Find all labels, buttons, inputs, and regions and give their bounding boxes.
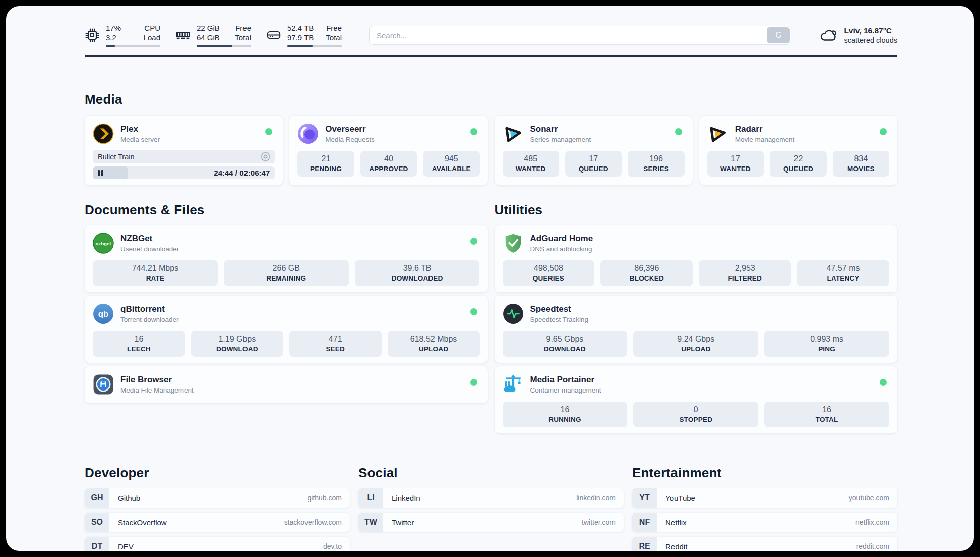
link-name: DEV <box>118 542 134 551</box>
app-name: Media Portainer <box>530 374 601 385</box>
app-subtitle: Series management <box>530 135 591 144</box>
app-card-qbittorrent[interactable]: qb qBittorrent Torrent downloader 16 LEE… <box>85 296 488 363</box>
stat-box: 9.24 Gbps UPLOAD <box>633 331 758 357</box>
link-abbr: YT <box>632 488 657 508</box>
app-name: Plex <box>120 124 160 135</box>
app-card-portainer[interactable]: Media Portainer Container management 16 … <box>495 366 898 433</box>
disk-total: 97.9 TB <box>287 33 314 42</box>
stat-box: 618.52 Mbps UPLOAD <box>388 331 480 357</box>
app-name: qBittorrent <box>120 304 179 315</box>
link-row-youtube[interactable]: YT YouTube youtube.com <box>632 488 897 508</box>
stat-box: 47.57 ms LATENCY <box>797 260 889 286</box>
stat-box: 9.65 Gbps DOWNLOAD <box>503 331 628 357</box>
link-abbr: RE <box>632 537 657 551</box>
pause-icon[interactable] <box>98 170 103 176</box>
section-title-entertainment: Entertainment <box>632 465 897 481</box>
section-title-media: Media <box>85 92 897 107</box>
stat-box: 0.993 ms PING <box>764 331 889 357</box>
status-online-dot <box>880 379 887 386</box>
weather-widget: Lviv, 16.87°C scattered clouds <box>819 26 897 45</box>
app-subtitle: Media Requests <box>325 135 375 144</box>
weather-condition: scattered clouds <box>844 36 897 45</box>
stat-box: 40 APPROVED <box>360 151 417 177</box>
stat-box: 86,396 BLOCKED <box>600 260 693 286</box>
app-card-radarr[interactable]: Radarr Movie management 17 WANTED 22 QUE… <box>699 116 897 185</box>
stat-box: 39.6 TB DOWNLOADED <box>355 260 480 286</box>
link-name: YouTube <box>665 494 695 503</box>
stat-box: 16 TOTAL <box>764 402 889 427</box>
cpu-usage-widget: 17% 3.2 CPU Load <box>85 23 160 47</box>
stat-box: 744.21 Mbps RATE <box>93 260 218 286</box>
disk-progress-bar <box>287 45 342 47</box>
now-playing-row: Bullet Train <box>93 150 275 163</box>
linkcol-entertainment: Entertainment YT YouTube youtube.com NF … <box>632 465 897 551</box>
playback-time: 24:44 / 02:06:47 <box>214 169 270 177</box>
link-row-dev[interactable]: DT DEV dev.to <box>85 537 350 551</box>
stat-box: 498,508 QUERIES <box>503 260 595 286</box>
speedtest-icon <box>503 303 524 324</box>
stat-box: 16 RUNNING <box>503 402 628 427</box>
app-card-plex[interactable]: Plex Media server Bullet Train 24:44 / 0… <box>85 116 283 185</box>
app-name: Sonarr <box>530 124 591 135</box>
search-engine-button[interactable]: G <box>767 27 790 43</box>
link-url: reddit.com <box>856 542 889 550</box>
app-card-nzbget[interactable]: nzbget NZBGet Usenet downloader 744.21 M… <box>85 225 488 292</box>
app-subtitle: DNS and adblocking <box>530 245 593 253</box>
now-playing-title: Bullet Train <box>98 153 135 161</box>
search-bar: G <box>369 26 791 45</box>
memory-usage-widget: 22 GiB 64 GiB Free Total <box>175 23 251 47</box>
status-online-dot <box>470 308 477 315</box>
section-title-developer: Developer <box>85 465 350 481</box>
svg-text:qb: qb <box>98 309 109 319</box>
stat-box: 21 PENDING <box>297 151 354 177</box>
status-online-dot <box>880 128 887 135</box>
ram-icon <box>175 28 191 43</box>
stat-box: 834 MOVIES <box>833 151 889 177</box>
middle-columns: Documents & Files nzbget NZBGet Usenet d… <box>85 185 897 437</box>
link-name: StackOverflow <box>118 518 167 527</box>
top-bar: 17% 3.2 CPU Load <box>85 21 897 49</box>
app-card-overseerr[interactable]: Overseerr Media Requests 21 PENDING 40 A… <box>289 116 487 185</box>
stat-box: 485 WANTED <box>503 151 559 177</box>
stat-box: 22 QUEUED <box>770 151 826 177</box>
link-url: github.com <box>308 494 342 502</box>
weather-location-temp: Lviv, 16.87°C <box>844 26 897 36</box>
link-row-netflix[interactable]: NF Netflix netflix.com <box>632 513 897 532</box>
cpu-load-label: Load <box>144 33 160 42</box>
memory-progress-bar <box>197 45 251 47</box>
link-abbr: NF <box>632 513 657 532</box>
link-url: netflix.com <box>855 518 889 526</box>
stat-box: 17 WANTED <box>707 151 764 177</box>
utilities-column: Utilities AdGuard Home <box>495 185 898 437</box>
now-playing-session-icon[interactable] <box>261 152 270 161</box>
link-name: Netflix <box>665 518 687 527</box>
link-name: Reddit <box>665 542 687 551</box>
link-row-reddit[interactable]: RE Reddit reddit.com <box>632 537 897 551</box>
link-row-stackoverflow[interactable]: SO StackOverflow stackoverflow.com <box>85 513 350 532</box>
app-card-adguard[interactable]: AdGuard Home DNS and adblocking 498,508 … <box>495 225 898 292</box>
link-url: linkedin.com <box>576 494 616 502</box>
link-name: LinkedIn <box>392 494 420 503</box>
app-card-speedtest[interactable]: Speedtest Speedtest Tracking 9.65 Gbps D… <box>495 296 898 363</box>
link-row-twitter[interactable]: TW Twitter twitter.com <box>358 513 624 532</box>
memory-free-label: Free <box>235 23 251 33</box>
dashboard-page: 17% 3.2 CPU Load <box>6 6 974 551</box>
status-online-dot <box>470 238 477 245</box>
status-online-dot <box>470 128 477 135</box>
app-subtitle: Media File Management <box>120 386 194 395</box>
link-row-github[interactable]: GH Github github.com <box>85 488 350 508</box>
app-card-filebrowser[interactable]: File Browser Media File Management <box>85 366 488 403</box>
link-url: dev.to <box>323 542 342 550</box>
app-name: Overseerr <box>325 124 375 135</box>
search-input[interactable] <box>369 26 791 45</box>
app-subtitle: Media server <box>120 135 160 144</box>
sonarr-icon <box>503 123 524 144</box>
stat-box: 2,953 FILTERED <box>699 260 791 286</box>
link-abbr: GH <box>85 488 109 508</box>
stat-box: 196 SERIES <box>628 151 684 177</box>
dashboard-screen: 17% 3.2 CPU Load <box>0 0 980 557</box>
app-card-sonarr[interactable]: Sonarr Series management 485 WANTED 17 Q… <box>495 116 693 185</box>
adguard-icon <box>503 233 524 254</box>
link-row-linkedin[interactable]: LI LinkedIn linkedin.com <box>358 488 624 508</box>
app-name: Radarr <box>735 124 795 135</box>
